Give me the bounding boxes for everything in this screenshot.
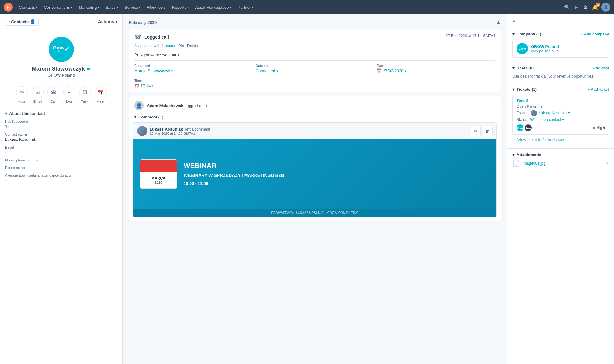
search-button[interactable]: 🔍 (563, 3, 572, 12)
back-to-contacts-button[interactable]: ‹ Contacts 👤 (5, 18, 39, 26)
actions-button[interactable]: Actions ▾ (98, 19, 117, 24)
delete-comment-button[interactable]: 🗑 (483, 126, 493, 136)
mobile-phone-field: Mobile phone number (5, 158, 117, 162)
note-button[interactable]: ✏ Note (16, 86, 28, 103)
associated-record-link[interactable]: Associated with 1 record (134, 44, 175, 48)
chevron-down-icon: ▾ (512, 32, 515, 36)
deals-section-toggle[interactable]: ▾ Deals (0) (512, 66, 534, 70)
contact-avatar: Grow ® ✓ (49, 37, 74, 62)
ticket-status-row: Status: Waiting on contact ▾ (517, 117, 605, 122)
comment-box: Łukasz Kosuniak left a comment 16 Mar 20… (133, 122, 497, 217)
about-section: ▾ About this contact HubSpot score 10 Co… (0, 107, 122, 190)
delete-link[interactable]: Delete (187, 44, 198, 48)
attachment-item: 📄 image001.jpg × (512, 160, 609, 167)
add-deal-button[interactable]: + Add deal (590, 66, 609, 70)
time-value[interactable]: ⏰ 17:14 ▾ (134, 84, 495, 88)
task-icon: ☑ (79, 86, 91, 98)
plus-icon: ＋ (63, 86, 75, 98)
task-button[interactable]: ☑ Task (79, 86, 91, 103)
comment-header: Łukasz Kosuniak left a comment 16 Mar 20… (133, 123, 496, 139)
nav-service[interactable]: Service ▾ (122, 4, 143, 11)
ticket-footer: Grow Grow High (517, 124, 605, 131)
person-avatar: 👤 (134, 101, 144, 110)
nav-icon-group: 🔍 ⊞ ⚙ 🔔 2 👤 (563, 3, 610, 12)
comment-toggle[interactable]: ▾ Comment (1) (129, 115, 501, 122)
chevron-down-icon: ▾ (230, 6, 231, 9)
webinar-image: 23 MARCA 2020 WEBINAR WEBINARY W SPRZEDA… (133, 139, 496, 209)
notifications-button[interactable]: 🔔 2 (591, 3, 600, 12)
view-ticket-link[interactable]: View ticket in filtered view (512, 135, 609, 144)
add-ticket-button[interactable]: + Add ticket (588, 87, 609, 92)
chevron-down-icon: ▾ (36, 6, 37, 9)
phone-icon: ☎ (134, 34, 141, 41)
ticket-name-link[interactable]: Test 2 (517, 98, 605, 103)
outcome-value[interactable]: Connected ▾ (256, 68, 374, 73)
ticket-priority: High (593, 126, 605, 130)
chevron-down-icon: ▾ (187, 6, 189, 9)
right-panel: » ▾ Company (1) + Add company Grow GROW … (507, 14, 614, 364)
pin-link[interactable]: Pin (179, 44, 184, 48)
logged-row: 👤 Adam Malachowski logged a call (129, 96, 501, 115)
company-name-link[interactable]: GROW Poland (531, 44, 559, 49)
company-section-toggle[interactable]: ▾ Company (1) (512, 32, 541, 36)
ticket-status-link[interactable]: Waiting on contact ▾ (530, 117, 564, 122)
chevron-down-icon: ▾ (568, 111, 570, 115)
left-panel-header: ‹ Contacts 👤 Actions ▾ (0, 14, 122, 29)
ticket-card: Test 2 Open 8 months Owner: Łukasz Kosun… (512, 95, 609, 135)
nav-asset-marketplace[interactable]: Asset Marketplace ▾ (193, 4, 234, 11)
nav-partner[interactable]: Partner ▾ (235, 4, 256, 11)
remove-attachment-button[interactable]: × (606, 160, 609, 166)
chevron-down-icon: ▾ (5, 111, 7, 116)
company-url-link[interactable]: growpoland.pl ↗ (531, 49, 559, 53)
nav-workflows[interactable]: Workflows (144, 4, 168, 11)
priority-indicator (593, 127, 595, 129)
nav-conversations[interactable]: Conversations ▾ (41, 4, 75, 11)
outcome-field: Outcome Connected ▾ (256, 64, 374, 73)
company-logo: Grow (517, 43, 528, 54)
webinar-content: WEBINAR WEBINARY W SPRZEDAŻY I MARKETING… (177, 162, 490, 186)
edit-icon[interactable]: ✏ (87, 67, 91, 72)
chevron-down-icon: ▾ (171, 69, 173, 73)
chevron-down-icon: ▾ (277, 69, 278, 73)
nav-marketing[interactable]: Marketing ▾ (76, 4, 102, 11)
nav-contacts[interactable]: Contacts ▾ (16, 4, 40, 11)
date-value[interactable]: 📅 27/02/2020 ▾ (377, 68, 495, 73)
company-section: ▾ Company (1) + Add company Grow GROW Po… (507, 28, 614, 62)
email-button[interactable]: ✉ Email (32, 86, 44, 103)
settings-button[interactable]: ⚙ (582, 3, 589, 12)
hubspot-logo[interactable]: H (4, 3, 13, 12)
deals-section: ▾ Deals (0) + Add deal Use deals to trac… (507, 62, 614, 83)
external-link-icon: ↗ (556, 49, 559, 53)
clock-icon: ⏰ (134, 84, 139, 88)
add-company-button[interactable]: + Add company (581, 32, 609, 36)
chevron-down-icon: ▾ (134, 115, 136, 119)
calendar-icon: 📅 (95, 86, 107, 98)
attachments-section: ▾ Attachments 📄 image001.jpg × (507, 149, 614, 171)
tickets-section-toggle[interactable]: ▾ Tickets (1) (512, 87, 537, 92)
ticket-logo-1: Grow (517, 124, 523, 131)
about-section-toggle[interactable]: ▾ About this contact (5, 111, 117, 116)
scroll-up-button[interactable]: ▲ (496, 19, 501, 25)
contacted-value[interactable]: Marcin Stawowczyk ▾ (134, 68, 253, 73)
notification-badge: 2 (596, 3, 600, 7)
user-avatar[interactable]: 👤 (601, 3, 610, 12)
meet-button[interactable]: 📅 Meet (95, 86, 107, 103)
ticket-owner-link[interactable]: Łukasz Kosuniak ▾ (539, 111, 570, 115)
log-button[interactable]: ＋ Log (63, 86, 75, 103)
marketplace-button[interactable]: ⊞ (573, 3, 580, 12)
email-icon: ✉ (32, 86, 44, 98)
tickets-section: ▾ Tickets (1) + Add ticket Test 2 Open 8… (507, 83, 614, 149)
attachments-toggle[interactable]: ▾ Attachments (512, 152, 609, 157)
back-chevron-icon: ‹ (8, 19, 10, 24)
hubspot-score-field: HubSpot score 10 (5, 120, 117, 129)
nav-reports[interactable]: Reports ▾ (169, 4, 191, 11)
expand-panel-button[interactable]: » (511, 17, 517, 25)
attachment-name-link[interactable]: image001.jpg (523, 161, 545, 166)
nav-sales[interactable]: Sales ▾ (103, 4, 121, 11)
contact-owner-field: Contact owner Łukasz Kosuniak (5, 133, 117, 142)
activity-links-row: Associated with 1 record Pin Delete (129, 44, 501, 51)
person-icon: 👤 (30, 19, 35, 24)
call-button[interactable]: ☎ Call (47, 86, 59, 103)
webinar-footer: PROWADZĄCY · ŁUKASZ KOSUNIAK, GROW CONSU… (133, 209, 496, 217)
edit-comment-button[interactable]: ✏ (471, 126, 481, 136)
